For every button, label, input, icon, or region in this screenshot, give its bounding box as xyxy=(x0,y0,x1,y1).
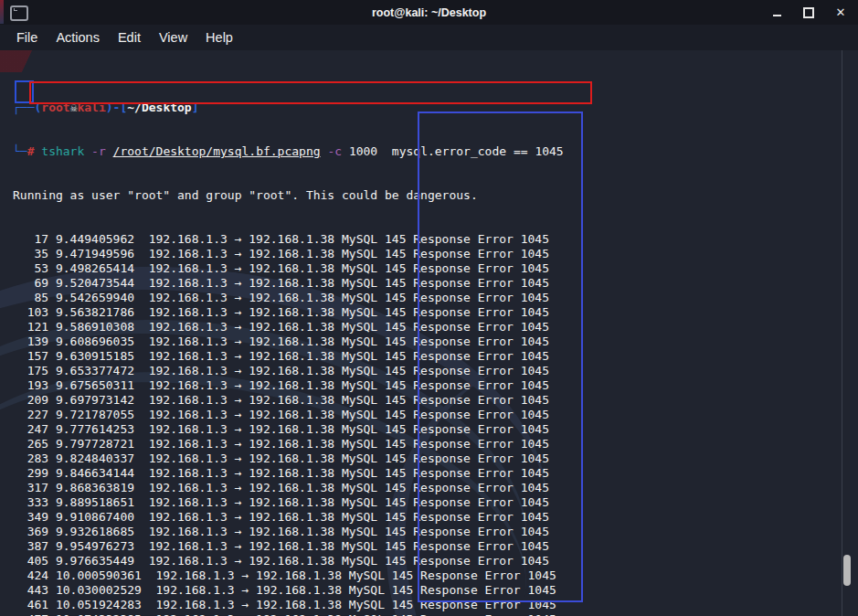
command-count: 1000 xyxy=(349,144,377,158)
wallpaper-sliver xyxy=(0,0,4,24)
command-filter: mysql.error_code == 1045 xyxy=(377,144,564,158)
terminal-text: ┌──(root☠kali)-[~/Desktop] └─# tshark -r… xyxy=(13,71,564,616)
command-line: └─# tshark -r /root/Desktop/mysql.bf.pca… xyxy=(13,144,564,159)
prompt-user: root xyxy=(41,101,69,114)
prompt-line2-symbol: └─ xyxy=(13,144,27,158)
packet-row: 175 9.653377472 192.168.1.3 → 192.168.1.… xyxy=(13,364,564,378)
packet-row: 209 9.697973142 192.168.1.3 → 192.168.1.… xyxy=(13,393,564,408)
packet-row: 157 9.630915185 192.168.1.3 → 192.168.1.… xyxy=(13,349,564,364)
window-controls: ✕ xyxy=(768,0,849,25)
command-option-c: -c xyxy=(321,144,349,158)
packet-row: 265 9.797728721 192.168.1.3 → 192.168.1.… xyxy=(13,437,564,451)
warning-line: Running as user "root" and group "root".… xyxy=(13,188,564,203)
packet-row: 17 9.449405962 192.168.1.3 → 192.168.1.3… xyxy=(13,232,564,247)
menu-file[interactable]: File xyxy=(7,27,47,48)
menu-bar: File Actions Edit View Help xyxy=(0,25,858,50)
packet-row: 283 9.824840337 192.168.1.3 → 192.168.1.… xyxy=(13,451,564,466)
packet-row: 193 9.675650311 192.168.1.3 → 192.168.1.… xyxy=(13,378,564,393)
menu-actions[interactable]: Actions xyxy=(47,27,109,48)
packet-row: 369 9.932618685 192.168.1.3 → 192.168.1.… xyxy=(13,525,564,539)
title-bar: root@kali: ~/Desktop ✕ xyxy=(0,0,858,25)
terminal-body[interactable]: ┌──(root☠kali)-[~/Desktop] └─# tshark -r… xyxy=(0,50,858,616)
packet-row: 299 9.846634144 192.168.1.3 → 192.168.1.… xyxy=(13,466,564,481)
prompt-open: ┌──( xyxy=(13,101,41,114)
prompt-line-1: ┌──(root☠kali)-[~/Desktop] xyxy=(13,101,564,115)
wallpaper-red-band xyxy=(0,50,48,72)
command-capture-file: /root/Desktop/mysql.bf.pcapng xyxy=(113,144,321,158)
packet-row: 349 9.910867400 192.168.1.3 → 192.168.1.… xyxy=(13,510,564,525)
packet-row: 247 9.777614253 192.168.1.3 → 192.168.1.… xyxy=(13,422,564,437)
maximize-button-icon[interactable] xyxy=(800,5,817,21)
command-option-r: -r xyxy=(84,144,112,158)
packet-row: 461 10.051924283 192.168.1.3 → 192.168.1… xyxy=(13,598,564,612)
packet-row: 443 10.030002529 192.168.1.3 → 192.168.1… xyxy=(13,583,564,598)
packet-list: 17 9.449405962 192.168.1.3 → 192.168.1.3… xyxy=(13,232,564,616)
packet-row: 424 10.000590361 192.168.1.3 → 192.168.1… xyxy=(13,568,564,583)
packet-row: 227 9.721787055 192.168.1.3 → 192.168.1.… xyxy=(13,408,564,422)
prompt-path: ~/Desktop xyxy=(127,101,191,114)
packet-row: 477 10.074332395 192.168.1.3 → 192.168.1… xyxy=(13,612,564,616)
packet-row: 69 9.520473544 192.168.1.3 → 192.168.1.3… xyxy=(13,276,564,291)
prompt-host: kali xyxy=(77,101,105,114)
packet-row: 387 9.954976273 192.168.1.3 → 192.168.1.… xyxy=(13,539,564,554)
packet-row: 139 9.608696035 192.168.1.3 → 192.168.1.… xyxy=(13,335,564,349)
prompt-close: ] xyxy=(192,101,199,114)
prompt-separator: )-[ xyxy=(106,101,127,114)
packet-row: 317 9.868363819 192.168.1.3 → 192.168.1.… xyxy=(13,481,564,495)
terminal-icon xyxy=(10,5,28,21)
packet-row: 405 9.976635449 192.168.1.3 → 192.168.1.… xyxy=(13,554,564,568)
minimize-button-icon[interactable] xyxy=(768,5,785,21)
packet-row: 53 9.498265414 192.168.1.3 → 192.168.1.3… xyxy=(13,261,564,276)
menu-edit[interactable]: Edit xyxy=(109,27,150,48)
menu-view[interactable]: View xyxy=(150,27,196,48)
packet-row: 121 9.586910308 192.168.1.3 → 192.168.1.… xyxy=(13,320,564,335)
command-program: tshark xyxy=(34,144,84,158)
close-button-icon[interactable]: ✕ xyxy=(832,5,849,21)
scrollbar-track[interactable] xyxy=(842,50,842,616)
packet-row: 333 9.889518651 192.168.1.3 → 192.168.1.… xyxy=(13,495,564,510)
window-title: root@kali: ~/Desktop xyxy=(0,6,858,19)
scrollbar-thumb[interactable] xyxy=(843,555,851,586)
packet-row: 85 9.542659940 192.168.1.3 → 192.168.1.3… xyxy=(13,291,564,305)
terminal-window: root@kali: ~/Desktop ✕ File Actions Edit… xyxy=(0,0,858,616)
packet-row: 103 9.563821786 192.168.1.3 → 192.168.1.… xyxy=(13,305,564,320)
packet-row: 35 9.471949596 192.168.1.3 → 192.168.1.3… xyxy=(13,247,564,261)
menu-help[interactable]: Help xyxy=(196,27,242,48)
